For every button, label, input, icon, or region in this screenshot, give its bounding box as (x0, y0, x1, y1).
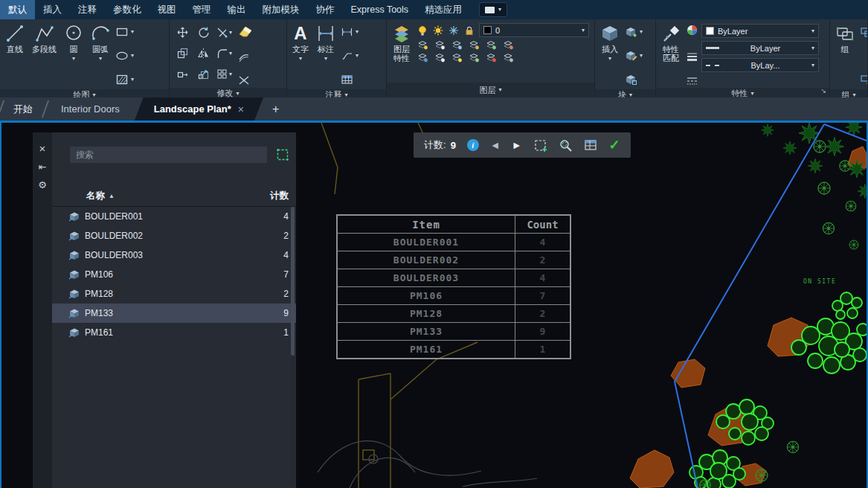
ribbon-tab-annotate[interactable]: 注释 (70, 0, 105, 19)
erase-icon[interactable] (237, 24, 254, 39)
close-icon[interactable]: × (238, 103, 244, 115)
ribbon-tab-insert[interactable]: 插入 (35, 0, 70, 19)
layer-state-icon[interactable] (502, 52, 514, 62)
layer-thaw-icon[interactable] (434, 52, 446, 62)
circle-button[interactable]: 圆 ▾ (62, 22, 86, 63)
dimension-button[interactable]: 标注 ▾ (314, 22, 338, 63)
panel-label-group[interactable]: 组 ▾ (830, 89, 867, 97)
next-instance-button[interactable]: ► (512, 139, 522, 151)
panel-label-draw[interactable]: 绘图 ▾ (0, 89, 169, 97)
info-icon[interactable]: i (467, 139, 479, 151)
create-selection-icon[interactable] (533, 138, 547, 152)
list-item-selected[interactable]: PM133 9 (52, 304, 296, 323)
auto-hide-icon[interactable]: ⇤ (39, 162, 47, 172)
panel-label-block[interactable]: 块 ▾ (595, 89, 655, 97)
copy-icon[interactable] (176, 47, 189, 60)
count-column-header[interactable]: 计数 (270, 190, 289, 202)
ribbon-tab-parametric[interactable]: 参数化 (105, 0, 150, 19)
create-block-button[interactable]: ▾ (625, 24, 643, 40)
list-item[interactable]: PM128 2 (52, 284, 296, 304)
ribbon-tab-manage[interactable]: 管理 (184, 0, 219, 19)
block-editor-button[interactable] (625, 71, 643, 88)
gear-icon[interactable]: ⚙ (38, 180, 47, 190)
scrollbar-thumb[interactable] (291, 207, 295, 356)
trim-button[interactable]: ▾ (216, 27, 232, 38)
dimension-style-button[interactable]: ▾ (341, 24, 359, 40)
layer-merge-icon[interactable] (468, 52, 480, 62)
line-button[interactable]: 直线 (3, 22, 27, 56)
lineweight-dropdown[interactable]: ByLayer ▾ (701, 41, 819, 55)
dialog-launcher-icon[interactable]: ↘ (820, 87, 826, 94)
layer-lock-icon[interactable] (463, 25, 475, 36)
linetype-list-icon[interactable] (686, 76, 698, 86)
ribbon-tab-addins[interactable]: 附加模块 (254, 0, 308, 19)
insert-block-button[interactable]: 插入 ▾ (598, 22, 622, 63)
workspace-switch-button[interactable]: ▾ (479, 2, 507, 17)
ribbon-tab-express-tools[interactable]: Express Tools (343, 0, 417, 19)
lineweight-list-icon[interactable] (686, 51, 698, 62)
match-properties-button[interactable]: 特性匹配 (659, 22, 683, 64)
ribbon-tab-view[interactable]: 视图 (150, 0, 184, 19)
drawing-viewport[interactable]: ON SITE Item Count BOULDER001 4 BOULDER0… (0, 121, 868, 488)
stretch-icon[interactable] (176, 68, 189, 80)
layer-sun-icon[interactable] (432, 25, 444, 36)
layer-lock-pair-icon[interactable] (468, 39, 480, 50)
file-tab-start[interactable]: 开始 (1, 97, 45, 121)
cad-count-table[interactable]: Item Count BOULDER001 4 BOULDER002 2 BOU… (336, 214, 571, 359)
array-button[interactable]: ▾ (216, 68, 232, 80)
new-drawing-button[interactable]: + (263, 97, 288, 121)
list-item[interactable]: PM161 1 (52, 323, 296, 342)
rectangle-button[interactable]: ▾ (115, 24, 134, 40)
offset-icon[interactable] (237, 51, 254, 62)
rotate-icon[interactable] (197, 26, 210, 39)
finish-count-icon[interactable]: ✓ (609, 137, 620, 153)
list-item[interactable]: BOULDER003 4 (52, 245, 296, 265)
layer-delete-icon[interactable] (485, 52, 497, 62)
leader-button[interactable]: ▾ (341, 48, 359, 64)
zoom-to-selection-icon[interactable] (559, 138, 573, 152)
scale-icon[interactable] (197, 68, 210, 80)
ribbon-tab-default[interactable]: 默认 (0, 0, 35, 19)
ribbon-tab-output[interactable]: 输出 (219, 0, 254, 19)
hatch-button[interactable]: ▾ (115, 71, 134, 88)
layer-dropdown[interactable]: 0 ▾ (479, 23, 589, 37)
linetype-dropdown[interactable]: ByLay... ▾ (701, 58, 819, 72)
layer-freeze-all-icon[interactable] (451, 39, 463, 50)
ribbon-tab-collaborate[interactable]: 协作 (308, 0, 343, 19)
edit-attributes-button[interactable]: ▾ (625, 48, 643, 64)
scrollbar[interactable] (291, 207, 295, 485)
layer-isolate-icon[interactable] (434, 39, 446, 50)
group-edit-button[interactable] (860, 71, 868, 88)
arc-button[interactable]: 圆弧 ▾ (89, 22, 112, 63)
layer-walk-icon[interactable] (417, 52, 428, 62)
panel-label-annotate[interactable]: 注释 ▾ (287, 89, 386, 97)
move-icon[interactable] (176, 26, 189, 39)
polyline-button[interactable]: 多段线 (30, 22, 59, 56)
search-input[interactable] (69, 146, 268, 164)
list-item[interactable]: BOULDER002 2 (52, 226, 296, 245)
table-button[interactable] (341, 71, 359, 88)
text-button[interactable]: A 文字 ▾ (290, 22, 311, 63)
layer-properties-button[interactable]: 图层特性 (390, 22, 414, 64)
layer-previous-icon[interactable] (502, 39, 514, 50)
list-item[interactable]: BOULDER001 4 (52, 207, 296, 226)
explode-icon[interactable] (237, 74, 254, 86)
select-objects-icon[interactable] (276, 148, 289, 161)
ungroup-button[interactable] (860, 24, 868, 40)
count-table-icon[interactable] (584, 138, 598, 152)
file-tab[interactable]: Interior Doors (46, 97, 135, 121)
panel-label-modify[interactable]: 修改 ▾ (170, 88, 286, 97)
color-wheel-icon[interactable] (686, 24, 698, 36)
object-color-dropdown[interactable]: ByLayer ▾ (701, 24, 819, 38)
layer-on-icon[interactable] (417, 25, 428, 36)
close-icon[interactable]: × (39, 143, 46, 154)
ellipse-button[interactable]: ▾ (115, 48, 134, 64)
list-item[interactable]: PM106 7 (52, 265, 296, 284)
layer-unlock-icon[interactable] (451, 52, 463, 62)
group-button[interactable]: 组 (833, 22, 857, 56)
panel-label-properties[interactable]: 特性 ▾ (656, 88, 829, 97)
file-tab-active[interactable]: Landscape Plan* × (135, 97, 263, 121)
mirror-icon[interactable] (197, 47, 210, 60)
name-column-header[interactable]: 名称 ▲ (86, 190, 115, 202)
layer-freeze-icon[interactable] (448, 25, 460, 36)
